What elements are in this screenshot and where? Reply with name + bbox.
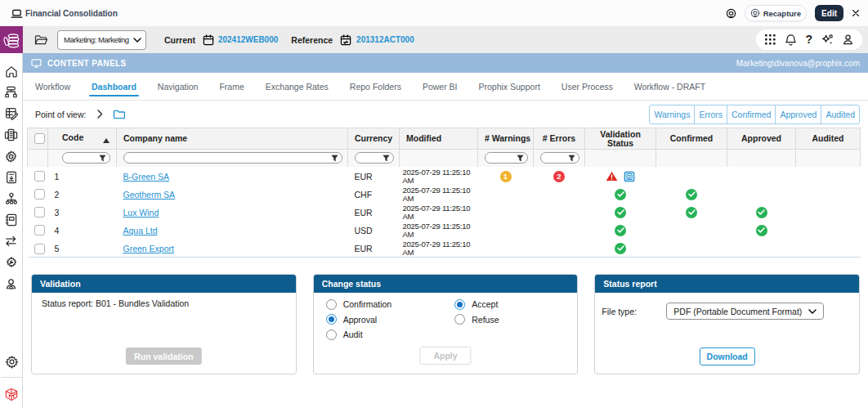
errors-filter-input[interactable] <box>540 152 579 164</box>
settings-gear-icon[interactable] <box>0 351 23 372</box>
tab-workflow[interactable]: Workflow <box>35 73 70 101</box>
sidebar-item-users[interactable] <box>0 273 23 294</box>
open-folder-icon[interactable] <box>34 34 48 46</box>
approved-cell <box>727 240 796 258</box>
pov-folder-icon[interactable] <box>113 110 125 119</box>
code-cell: 2 <box>48 186 117 204</box>
tab-navigation[interactable]: Navigation <box>158 73 199 101</box>
radio-confirmation[interactable]: Confirmation <box>326 298 392 311</box>
warnings-filter-input[interactable] <box>485 152 528 164</box>
code-filter-input[interactable] <box>62 152 110 164</box>
tab-prophix-support[interactable]: Prophix Support <box>479 73 540 101</box>
tab-user-process[interactable]: User Process <box>562 73 613 101</box>
tab-exchange-rates[interactable]: Exchange Rates <box>266 73 329 101</box>
tab-power-bi[interactable]: Power BI <box>423 73 458 101</box>
col-header-code[interactable]: Code <box>48 128 117 150</box>
chevron-right-icon[interactable] <box>97 110 103 119</box>
product-cube-logo[interactable] <box>0 383 23 405</box>
col-header-validation[interactable]: Validation Status <box>585 128 656 150</box>
errors-cell <box>534 186 585 204</box>
sidebar-item-process[interactable] <box>0 146 23 167</box>
sidebar-item-hierarchy[interactable] <box>0 188 23 209</box>
col-header-company[interactable]: Company name <box>117 128 348 150</box>
apply-button[interactable]: Apply <box>419 347 471 365</box>
errors-badge[interactable]: 2 <box>553 171 565 182</box>
status-report-panel: Status report File type: PDF (Portable D… <box>594 274 860 374</box>
ai-sparkle-icon[interactable] <box>821 34 834 47</box>
recapture-button[interactable]: Recapture <box>745 5 807 21</box>
notifications-bell-icon[interactable] <box>785 34 797 47</box>
filter-button-warnings[interactable]: Warnings <box>649 105 695 124</box>
change-status-panel: Change status Confirmation Approval Audi… <box>313 274 579 374</box>
row-checkbox[interactable] <box>34 225 45 235</box>
row-checkbox[interactable] <box>34 207 45 217</box>
warnings-badge[interactable]: 1 <box>500 171 512 182</box>
file-type-select[interactable]: PDF (Portable Document Format) <box>666 303 824 320</box>
col-header-audited[interactable]: Audited <box>796 128 861 150</box>
company-link[interactable]: Green Export <box>123 244 174 253</box>
company-link[interactable]: Geotherm SA <box>123 190 176 200</box>
tab-repo-folders[interactable]: Repo Folders <box>350 73 401 101</box>
company-link[interactable]: Lux Wind <box>123 208 159 217</box>
edit-button[interactable]: Edit <box>815 5 843 21</box>
row-checkbox[interactable] <box>34 171 45 182</box>
approved-cell <box>727 186 796 204</box>
validation-ok-icon <box>615 225 626 236</box>
col-header-errors[interactable]: # Errors <box>534 128 585 150</box>
radio-audit[interactable]: Audit <box>326 329 392 341</box>
company-link[interactable]: B-Green SA <box>123 172 170 182</box>
sidebar-item-workflow[interactable] <box>0 82 23 103</box>
col-header-currency[interactable]: Currency <box>348 128 400 150</box>
help-icon[interactable]: ? <box>805 34 812 46</box>
sidebar-item-import[interactable] <box>0 167 23 188</box>
radio-selected-icon <box>326 314 337 325</box>
radio-unselected-icon <box>326 299 337 310</box>
filter-button-approved[interactable]: Approved <box>775 105 821 124</box>
tab-workflow-draft[interactable]: Workflow - DRAFT <box>634 73 705 101</box>
current-scenario-link[interactable]: 202412WEB000 <box>218 35 278 44</box>
modified-cell: 2025-07-29 11:25:10AM <box>400 204 478 222</box>
window-titlebar: Financial Consolidation Recapture Edit <box>0 0 868 26</box>
sidebar-item-data-entry[interactable] <box>0 103 23 124</box>
col-header-warnings[interactable]: # Warnings <box>478 128 534 150</box>
apps-grid-icon[interactable] <box>764 34 776 46</box>
company-link[interactable]: Aqua Ltd <box>123 226 158 235</box>
funnel-icon <box>568 155 575 162</box>
reference-scenario-link[interactable]: 201312ACT000 <box>356 35 414 44</box>
scenario-select[interactable]: Marketing: Marketing <box>57 30 146 50</box>
row-checkbox[interactable] <box>34 244 45 254</box>
radio-approval[interactable]: Approval <box>326 314 392 326</box>
row-checkbox[interactable] <box>34 189 45 200</box>
table-header-row: Code Company name Currency Modified # Wa… <box>28 128 861 150</box>
modified-cell: 2025-07-29 11:25:10AM <box>400 186 478 204</box>
validation-report-icon[interactable] <box>624 171 635 182</box>
radio-unselected-icon <box>454 314 465 325</box>
sidebar-item-company[interactable] <box>0 124 23 146</box>
app-toolbar: Marketing: Marketing Current 202412WEB00… <box>23 26 868 53</box>
sidebar-item-home[interactable] <box>0 61 23 82</box>
col-header-confirmed[interactable]: Confirmed <box>656 128 727 150</box>
tab-dashboard[interactable]: Dashboard <box>92 73 136 101</box>
sidebar-item-automation[interactable] <box>0 252 23 273</box>
col-header-modified[interactable]: Modified <box>400 128 478 150</box>
download-button[interactable]: Download <box>700 347 755 365</box>
app-logo-coins[interactable] <box>0 26 23 53</box>
col-header-approved[interactable]: Approved <box>727 128 796 150</box>
currency-filter-input[interactable] <box>355 152 394 164</box>
filter-button-audited[interactable]: Audited <box>821 105 860 124</box>
sidebar-item-journals[interactable] <box>0 209 23 231</box>
filter-button-errors[interactable]: Errors <box>694 105 727 124</box>
radio-accept[interactable]: Accept <box>454 298 499 311</box>
select-all-checkbox[interactable] <box>34 133 45 144</box>
run-validation-button[interactable]: Run validation <box>126 347 201 365</box>
filter-button-confirmed[interactable]: Confirmed <box>727 105 776 124</box>
close-icon[interactable] <box>852 9 860 17</box>
company-filter-input[interactable] <box>123 152 342 164</box>
user-profile-icon[interactable] <box>842 34 854 46</box>
sidebar-item-exchange[interactable] <box>0 231 23 252</box>
validation-warning-icon[interactable] <box>606 171 618 182</box>
tab-frame[interactable]: Frame <box>219 73 244 101</box>
errors-cell <box>534 240 585 258</box>
radio-refuse[interactable]: Refuse <box>454 314 499 326</box>
webcam-icon[interactable] <box>726 8 736 19</box>
